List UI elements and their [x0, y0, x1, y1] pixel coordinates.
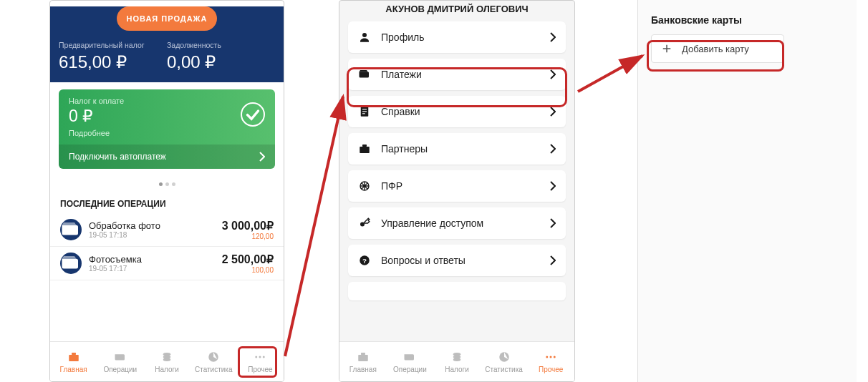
- nav-taxes[interactable]: Налоги: [143, 342, 190, 381]
- menu-row-partial: [348, 282, 566, 300]
- svg-rect-1: [72, 353, 76, 355]
- svg-rect-11: [362, 109, 367, 109]
- menu-label: Управление доступом: [381, 217, 540, 229]
- nav-more-label: Прочее: [248, 366, 272, 373]
- tax-to-pay-card[interactable]: Налог к оплате 0 ₽ Подробнее Подключить …: [59, 89, 275, 169]
- nav-taxes-label: Налоги: [155, 366, 179, 373]
- more-menu: Профиль Платежи Справки Партнеры ПФР Упр…: [339, 21, 574, 300]
- svg-rect-15: [362, 145, 367, 147]
- nav-home-label: Главная: [60, 366, 87, 373]
- operation-row[interactable]: Обработка фото 19-05 17:18 3 000,00₽ 120…: [50, 213, 284, 247]
- document-icon: [358, 105, 371, 118]
- briefcase-icon: [355, 351, 371, 363]
- operation-row[interactable]: Фотосъемка 19-05 17:17 2 500,00₽ 100,00: [50, 247, 284, 280]
- svg-point-8: [263, 356, 265, 358]
- autopay-link[interactable]: Подключить автоплатеж: [59, 145, 275, 169]
- svg-rect-12: [362, 111, 367, 112]
- operation-amount-col: 2 500,00₽ 100,00: [222, 253, 274, 274]
- screen-main: НОВАЯ ПРОДАЖА Предварительный налог 615,…: [49, 0, 284, 382]
- nav-more-label: Прочее: [539, 366, 563, 373]
- chevron-right-icon: [550, 144, 556, 154]
- svg-point-17: [360, 222, 365, 227]
- nav-more[interactable]: Прочее: [527, 342, 574, 381]
- add-card-button[interactable]: Добавить карту: [651, 34, 784, 63]
- chevron-right-icon: [550, 218, 556, 228]
- chevron-right-icon: [550, 181, 556, 191]
- chevron-right-icon: [550, 32, 556, 42]
- user-icon: [358, 31, 371, 44]
- chevron-right-icon: [550, 107, 556, 117]
- briefcase-icon: [358, 142, 371, 155]
- menu-label: ПФР: [381, 180, 540, 192]
- wallet-icon: [358, 68, 371, 81]
- svg-point-27: [550, 356, 552, 358]
- menu-label: Партнеры: [381, 143, 540, 155]
- briefcase-icon: [66, 351, 82, 363]
- chevron-right-icon: [259, 152, 265, 162]
- nav-stats[interactable]: Статистика: [481, 342, 528, 381]
- nav-home[interactable]: Главная: [50, 342, 97, 381]
- svg-point-6: [256, 356, 258, 358]
- operation-amount-col: 3 000,00₽ 120,00: [222, 219, 274, 240]
- menu-label: Платежи: [381, 69, 540, 80]
- tax-card-value: 0 ₽: [69, 107, 265, 126]
- add-card-label: Добавить карту: [682, 44, 749, 54]
- operation-info: Фотосъемка 19-05 17:17: [89, 254, 222, 273]
- user-name: АКУНОВ ДМИТРИЙ ОЛЕГОВИЧ: [339, 1, 574, 21]
- nav-taxes[interactable]: Налоги: [433, 342, 481, 381]
- menu-faq[interactable]: ? Вопросы и ответы: [348, 245, 566, 276]
- question-icon: ?: [358, 254, 371, 267]
- operation-sub: 100,00: [222, 266, 274, 274]
- menu-label: Профиль: [381, 31, 540, 43]
- menu-profile[interactable]: Профиль: [348, 21, 566, 53]
- screen-cards: Банковские карты Добавить карту: [637, 0, 857, 382]
- menu-pfr[interactable]: ПФР: [348, 170, 566, 202]
- svg-line-32: [578, 56, 642, 92]
- nav-operations-label: Операции: [103, 366, 137, 373]
- nav-operations[interactable]: Операции: [97, 342, 143, 381]
- svg-point-24: [453, 358, 461, 361]
- nav-more[interactable]: Прочее: [237, 342, 284, 381]
- pretax-col: Предварительный налог 615,00 ₽: [59, 41, 167, 72]
- operation-time: 19-05 17:18: [89, 231, 222, 239]
- wallet-icon: [402, 351, 418, 363]
- nav-operations[interactable]: Операции: [387, 342, 434, 381]
- svg-rect-0: [69, 355, 79, 361]
- new-sale-button[interactable]: НОВАЯ ПРОДАЖА: [117, 6, 217, 31]
- svg-line-31: [285, 97, 343, 356]
- wallet-icon: [60, 219, 82, 240]
- svg-point-28: [554, 356, 556, 358]
- checkmark-icon: [241, 102, 265, 127]
- coins-icon: [449, 351, 465, 363]
- svg-point-7: [259, 356, 261, 358]
- pie-chart-icon: [496, 351, 512, 363]
- operation-time: 19-05 17:17: [89, 265, 222, 273]
- operation-amount: 3 000,00₽: [222, 219, 274, 232]
- operation-title: Обработка фото: [89, 220, 222, 231]
- nav-stats-label: Статистика: [485, 366, 523, 373]
- nav-taxes-label: Налоги: [445, 366, 469, 373]
- chevron-right-icon: [550, 69, 556, 79]
- wallet-icon: [112, 351, 128, 363]
- menu-payments[interactable]: Платежи: [348, 59, 566, 90]
- pfr-logo-icon: [358, 180, 371, 192]
- svg-rect-14: [360, 147, 370, 153]
- menu-access[interactable]: Управление доступом: [348, 207, 566, 239]
- svg-point-9: [362, 33, 367, 37]
- menu-inquiries[interactable]: Справки: [348, 96, 566, 127]
- tax-card-more[interactable]: Подробнее: [69, 129, 265, 137]
- debt-label: Задолженность: [167, 41, 275, 49]
- operation-amount: 2 500,00₽: [222, 253, 274, 266]
- tax-card-label: Налог к оплате: [69, 97, 265, 105]
- bank-cards-heading: Банковские карты: [651, 14, 832, 26]
- menu-label: Вопросы и ответы: [381, 255, 540, 266]
- chevron-right-icon: [550, 255, 556, 265]
- more-dots-icon: [543, 351, 559, 363]
- svg-rect-13: [362, 113, 365, 114]
- menu-label: Справки: [381, 106, 540, 117]
- operation-info: Обработка фото 19-05 17:18: [89, 220, 222, 239]
- menu-partners[interactable]: Партнеры: [348, 133, 566, 165]
- tax-summary: Предварительный налог 615,00 ₽ Задолженн…: [59, 41, 275, 72]
- nav-home[interactable]: Главная: [339, 342, 387, 381]
- nav-stats[interactable]: Статистика: [191, 342, 237, 381]
